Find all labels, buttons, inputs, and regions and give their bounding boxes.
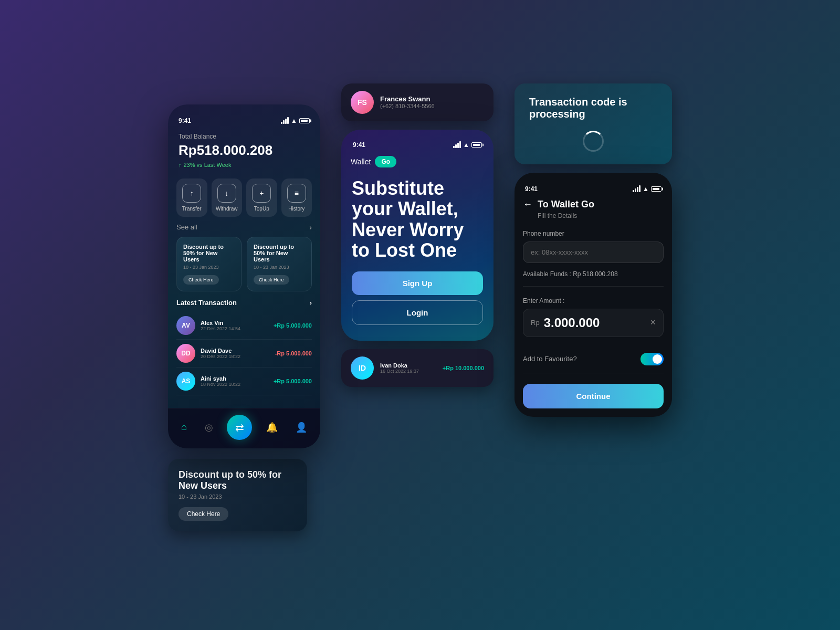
promo-standalone-date: 10 - 23 Jan 2023: [178, 494, 297, 500]
phone-number-label: Phone number: [523, 230, 664, 237]
see-all-label[interactable]: See all: [176, 223, 197, 231]
loading-spinner: [583, 131, 604, 152]
favourite-label: Add to Favourite?: [523, 355, 577, 363]
right-column: Transaction code is processing 9:41: [514, 83, 672, 417]
promo-standalone-button[interactable]: Check Here: [178, 507, 228, 521]
nav-profile[interactable]: 👤: [291, 419, 311, 435]
phone2-status-icons: ▲: [453, 141, 482, 149]
phone2-status-bar: 9:41 ▲: [351, 137, 484, 151]
topup-button[interactable]: + TopUp: [246, 178, 277, 217]
promo-standalone-title: Discount up to 50% for New Users: [178, 469, 297, 491]
promo1-title: Discount up to 50% for New Users: [183, 244, 235, 262]
latest-tx-arrow[interactable]: ›: [310, 299, 312, 307]
history-icon: ≡: [287, 184, 306, 203]
balance-change: 23% vs Last Week: [178, 162, 310, 168]
withdraw-label: Withdraw: [216, 206, 238, 212]
clear-icon[interactable]: ×: [650, 317, 656, 328]
amount-prefix: Rp: [531, 319, 540, 327]
phone-number-input[interactable]: [523, 242, 664, 263]
tx2-amount: -Rp 5.000.000: [275, 350, 312, 356]
nav-home[interactable]: ⌂: [177, 419, 191, 435]
continue-button[interactable]: Continue: [523, 384, 664, 408]
tx3-date: 18 Nov 2022 18:22: [201, 382, 268, 387]
withdraw-button[interactable]: ↓ Withdraw: [212, 178, 243, 217]
contact-avatar: FS: [351, 91, 374, 114]
history-label: History: [288, 206, 304, 212]
wallet-badge: Go: [375, 156, 396, 167]
latest-tx-title: Latest Transaction: [176, 299, 237, 307]
see-all-arrow[interactable]: ›: [309, 223, 312, 232]
bottom-tx-avatar: ID: [351, 356, 374, 380]
phone3-transfer: 9:41 ▲: [514, 173, 672, 417]
processing-title: Transaction code is processing: [529, 96, 657, 120]
login-button[interactable]: Login: [352, 300, 483, 325]
bottom-tx-card: ID Ivan Doka 16 Oct 2022 19:37 +Rp 10.00…: [341, 349, 494, 387]
contact-phone: (+62) 810-3344-5566: [380, 103, 435, 109]
nav-activity[interactable]: ◎: [201, 419, 217, 435]
transfer-button[interactable]: ↑ Transfer: [176, 178, 207, 217]
tx1-info: Alex Vin 22 Des 2022 14:54: [201, 320, 268, 331]
wallet-tag-row: Wallet Go: [351, 156, 484, 167]
balance-section: Total Balance Rp518.000.208 23% vs Last …: [176, 127, 312, 172]
withdraw-icon: ↓: [217, 184, 236, 203]
phone1-status-bar: 9:41 ▲: [176, 113, 312, 127]
balance-label: Total Balance: [178, 133, 310, 140]
bottom-tx-date: 16 Oct 2022 19:37: [380, 369, 436, 374]
available-funds: Available Funds : Rp 518.000.208: [523, 270, 664, 287]
amount-value: 3.000.000: [540, 316, 650, 330]
tx1-amount: +Rp 5.000.000: [274, 322, 312, 329]
promo2-date: 10 - 23 Jan 2023: [254, 265, 305, 270]
topup-label: TopUp: [254, 206, 269, 212]
topup-icon: +: [252, 184, 271, 203]
phone1-dashboard: 9:41 ▲: [168, 104, 320, 448]
p3-battery-icon: [651, 186, 662, 192]
tx-item-1[interactable]: AV Alex Vin 22 Des 2022 14:54 +Rp 5.000.…: [176, 312, 312, 340]
transfer-label: Transfer: [182, 206, 202, 212]
favourite-toggle[interactable]: [640, 353, 664, 365]
bottom-tx-info: Ivan Doka 16 Oct 2022 19:37: [380, 362, 436, 374]
history-button[interactable]: ≡ History: [281, 178, 312, 217]
bottom-nav: ⌂ ◎ ⇄ 🔔 👤: [168, 408, 320, 448]
promo-standalone: Discount up to 50% for New Users 10 - 23…: [168, 459, 307, 531]
p3-signal-icon: [633, 185, 640, 192]
tx3-amount: +Rp 5.000.000: [274, 378, 312, 384]
transfer-icon: ↑: [182, 184, 201, 203]
nav-notification[interactable]: 🔔: [262, 419, 282, 435]
tx-item-3[interactable]: AS Aini syah 18 Nov 2022 18:22 +Rp 5.000…: [176, 368, 312, 395]
phone2-wallet: 9:41 ▲: [341, 130, 494, 341]
promo-card-1: Discount up to 50% for New Users 10 - 23…: [176, 237, 242, 291]
p2-battery-icon: [471, 142, 482, 148]
promo-cards: Discount up to 50% for New Users 10 - 23…: [176, 237, 312, 291]
promo-card-2: Discount up to 50% for New Users 10 - 23…: [247, 237, 312, 291]
phone3-status-icons: ▲: [633, 185, 662, 193]
signup-button[interactable]: Sign Up: [352, 271, 483, 295]
tx-item-2[interactable]: DD David Dave 20 Des 2022 18:22 -Rp 5.00…: [176, 340, 312, 368]
processing-card: Transaction code is processing: [514, 83, 672, 164]
phone2-time: 9:41: [353, 141, 365, 149]
promo2-button[interactable]: Check Here: [254, 275, 289, 285]
tx2-name: David Dave: [201, 348, 270, 354]
amount-label: Enter Amount :: [523, 297, 664, 304]
nav-transfer-center[interactable]: ⇄: [227, 415, 252, 440]
contact-info: Frances Swann (+62) 810-3344-5566: [380, 95, 435, 109]
hero-text: Substitute your Wallet, Never Worry to L…: [352, 178, 483, 261]
tx1-name: Alex Vin: [201, 320, 268, 326]
phone1-time: 9:41: [178, 117, 191, 124]
bottom-tx-name: Ivan Doka: [380, 362, 436, 369]
back-button[interactable]: ←: [523, 199, 532, 210]
promo2-title: Discount up to 50% for New Users: [254, 244, 305, 262]
p2-signal-icon: [453, 141, 461, 148]
p2-wifi-icon: ▲: [463, 141, 469, 149]
wallet-tag-label: Wallet: [351, 158, 371, 166]
phone2-container: FS Frances Swann (+62) 810-3344-5566 9:4…: [341, 83, 494, 387]
page-subtitle: Fill the Details: [523, 212, 664, 219]
phone2-hero: Substitute your Wallet, Never Worry to L…: [341, 167, 494, 341]
promo1-button[interactable]: Check Here: [183, 275, 219, 285]
phone3-status-bar: 9:41 ▲: [523, 181, 664, 199]
favourite-row: Add to Favourite?: [523, 345, 664, 373]
amount-input-row[interactable]: Rp 3.000.000 ×: [523, 309, 664, 337]
promo1-date: 10 - 23 Jan 2023: [183, 265, 235, 270]
back-row: ← To Wallet Go: [523, 199, 664, 210]
contact-name: Frances Swann: [380, 95, 435, 103]
latest-tx-header: Latest Transaction ›: [176, 299, 312, 307]
